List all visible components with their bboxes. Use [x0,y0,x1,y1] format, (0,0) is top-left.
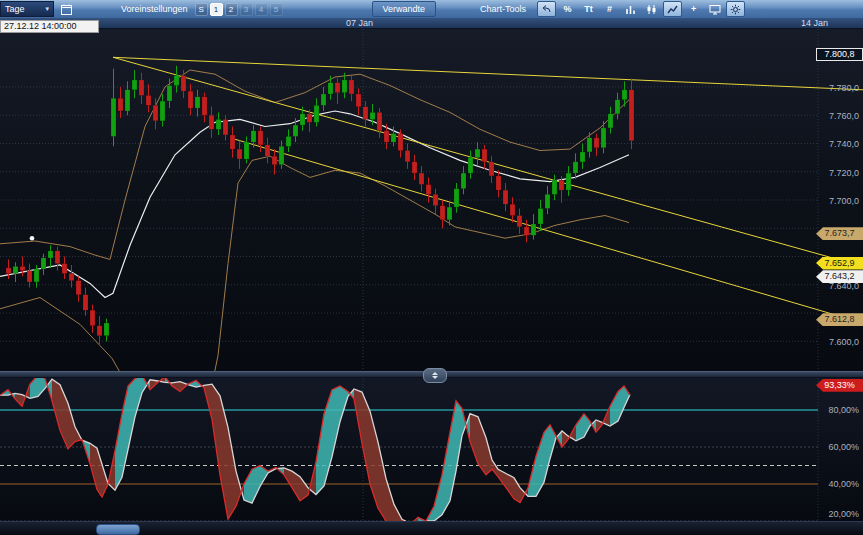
current-price-badge: 7.800,8 [816,48,863,61]
preset-button-S[interactable]: S [195,3,208,16]
candlestick-icon[interactable] [642,1,661,17]
oscillator-axis-label: 80,00% [828,405,859,416]
main-chart-panel[interactable]: 7.800,8 7.780,07.760,07.740,07.720,07.70… [0,29,863,371]
time-axis[interactable]: 07 Jan 14 Jan [0,18,863,29]
preset-button-1[interactable]: 1 [210,3,223,16]
price-marker-badge: 7.643,2 [816,270,863,283]
timeframe-dropdown[interactable]: Tage ▾ [0,1,54,17]
candlestick-chart[interactable] [0,29,863,371]
oscillator-axis-label: 60,00% [828,442,859,453]
price-marker-badge: 7.673,7 [816,227,863,240]
calendar-icon[interactable] [57,1,76,17]
oscillator-axis-label: 40,00% [828,479,859,490]
chart-toolbar: Tage ▾ Voreinstellungen S12345 Verwandte… [0,0,863,18]
crosshair-icon[interactable]: + [684,1,703,17]
preset-button-3[interactable]: 3 [240,3,253,16]
indicator-panel[interactable]: 93,33% 80,00%60,00%40,00%20,00% [0,378,863,521]
price-axis-label: 7.740,0 [829,139,859,150]
related-button[interactable]: Verwandte [372,1,437,17]
crosshair-timestamp: 27.12.12 14:00:00 [0,20,99,33]
horizontal-scrollbar[interactable] [0,521,863,535]
screen-icon[interactable] [705,1,724,17]
price-axis-label: 7.600,0 [829,337,859,348]
chart-tools-label: Chart-Tools [480,4,526,14]
price-axis-label: 7.760,0 [829,111,859,122]
scrollbar-thumb[interactable] [96,524,140,535]
line-chart-icon[interactable] [663,1,682,17]
oscillator-axis-label: 20,00% [828,509,859,520]
chevron-down-icon: ▾ [45,5,49,13]
preset-button-2[interactable]: 2 [225,3,238,16]
price-axis-label: 7.720,0 [829,168,859,179]
splitter-handle[interactable] [423,368,447,383]
price-axis-label: 7.780,0 [829,83,859,94]
collapse-down-icon [432,376,438,379]
time-axis-label: 14 Jan [801,18,828,28]
preset-button-5[interactable]: 5 [270,3,283,16]
gear-icon[interactable] [726,1,745,17]
price-marker-badge: 7.652,9 [816,257,863,270]
undo-icon[interactable] [537,1,556,17]
grid-icon[interactable]: # [600,1,619,17]
preset-button-4[interactable]: 4 [255,3,268,16]
oscillator-value-badge: 93,33% [816,379,863,392]
chart-tool-icons: %Tt#+ [536,1,746,17]
price-axis-label: 7.700,0 [829,196,859,207]
percent-icon[interactable]: % [558,1,577,17]
timeframe-label: Tage [5,4,25,14]
panel-splitter[interactable] [0,371,863,378]
text-tool-icon[interactable]: Tt [579,1,598,17]
collapse-up-icon [432,372,438,375]
oscillator-chart[interactable] [0,378,863,521]
trading-chart-window: Tage ▾ Voreinstellungen S12345 Verwandte… [0,0,863,535]
presets-label: Voreinstellungen [121,4,188,14]
bar-chart-icon[interactable] [621,1,640,17]
time-axis-label: 07 Jan [346,18,373,28]
preset-buttons: S12345 [194,3,284,16]
price-marker-badge: 7.612,8 [816,313,863,326]
